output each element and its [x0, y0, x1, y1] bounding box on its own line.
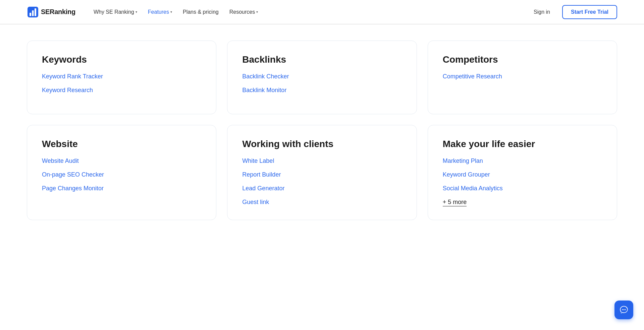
feature-link-backlink-checker[interactable]: Backlink Checker	[242, 73, 401, 80]
start-trial-button[interactable]: Start Free Trial	[562, 5, 617, 19]
feature-card-working-with-clients: Working with clientsWhite LabelReport Bu…	[227, 125, 417, 220]
feature-card-website: WebsiteWebsite AuditOn-page SEO CheckerP…	[27, 125, 216, 220]
sign-in-button[interactable]: Sign in	[528, 6, 555, 18]
nav-item-features[interactable]: Features ▾	[143, 6, 177, 18]
feature-link-white-label[interactable]: White Label	[242, 157, 401, 164]
feature-card-title-working-with-clients: Working with clients	[242, 139, 401, 149]
svg-point-6	[625, 309, 626, 310]
feature-card-backlinks: BacklinksBacklink CheckerBacklink Monito…	[227, 41, 417, 114]
feature-link-report-builder[interactable]: Report Builder	[242, 171, 401, 178]
feature-card-title-keywords: Keywords	[42, 54, 201, 65]
feature-link-guest-link[interactable]: Guest link	[242, 199, 401, 206]
logo-icon	[27, 6, 39, 18]
feature-card-make-life-easier: Make your life easierMarketing PlanKeywo…	[428, 125, 617, 220]
features-cards-grid: KeywordsKeyword Rank TrackerKeyword Rese…	[27, 41, 617, 220]
feature-links-working-with-clients: White LabelReport BuilderLead GeneratorG…	[242, 157, 401, 206]
feature-links-backlinks: Backlink CheckerBacklink Monitor	[242, 73, 401, 94]
svg-rect-3	[35, 8, 36, 16]
feature-link-backlink-monitor[interactable]: Backlink Monitor	[242, 87, 401, 94]
feature-card-competitors: CompetitorsCompetitive Research	[428, 41, 617, 114]
feature-card-title-competitors: Competitors	[443, 54, 602, 65]
chevron-down-icon: ▾	[170, 10, 172, 14]
features-dropdown: KeywordsKeyword Rank TrackerKeyword Rese…	[0, 24, 644, 247]
feature-link-social-media-analytics[interactable]: Social Media Analytics	[443, 185, 602, 192]
nav-item-plans-pricing[interactable]: Plans & pricing	[178, 6, 223, 18]
feature-links-make-life-easier: Marketing PlanKeyword GrouperSocial Medi…	[443, 157, 602, 192]
feature-link-keyword-grouper[interactable]: Keyword Grouper	[443, 171, 602, 178]
feature-card-title-website: Website	[42, 139, 201, 149]
svg-rect-1	[30, 13, 31, 16]
feature-link-on-page-seo-checker[interactable]: On-page SEO Checker	[42, 171, 201, 178]
feature-link-lead-generator[interactable]: Lead Generator	[242, 185, 401, 192]
feature-links-website: Website AuditOn-page SEO CheckerPage Cha…	[42, 157, 201, 192]
feature-card-keywords: KeywordsKeyword Rank TrackerKeyword Rese…	[27, 41, 216, 114]
svg-point-5	[624, 309, 625, 310]
feature-card-title-make-life-easier: Make your life easier	[443, 139, 602, 149]
svg-point-4	[622, 309, 623, 310]
chat-icon	[619, 305, 629, 315]
chevron-down-icon: ▾	[136, 10, 137, 14]
chevron-down-icon: ▾	[256, 10, 258, 14]
feature-links-keywords: Keyword Rank TrackerKeyword Research	[42, 73, 201, 94]
logo-text: SERanking	[41, 8, 75, 16]
logo[interactable]: SERanking	[27, 6, 75, 18]
nav-item-resources[interactable]: Resources ▾	[225, 6, 263, 18]
nav-links: Why SE Ranking ▾ Features ▾ Plans & pric…	[89, 6, 528, 18]
nav-item-why-se-ranking[interactable]: Why SE Ranking ▾	[89, 6, 142, 18]
navbar: SERanking Why SE Ranking ▾ Features ▾ Pl…	[0, 0, 644, 24]
feature-link-marketing-plan[interactable]: Marketing Plan	[443, 157, 602, 164]
feature-more-make-life-easier[interactable]: + 5 more	[443, 199, 467, 206]
feature-link-competitive-research[interactable]: Competitive Research	[443, 73, 602, 80]
feature-link-keyword-rank-tracker[interactable]: Keyword Rank Tracker	[42, 73, 201, 80]
feature-link-page-changes-monitor[interactable]: Page Changes Monitor	[42, 185, 201, 192]
feature-links-competitors: Competitive Research	[443, 73, 602, 80]
feature-card-title-backlinks: Backlinks	[242, 54, 401, 65]
feature-link-keyword-research[interactable]: Keyword Research	[42, 87, 201, 94]
svg-rect-2	[32, 10, 34, 16]
nav-right: Sign in Start Free Trial	[528, 5, 617, 19]
chat-button[interactable]	[614, 301, 633, 319]
feature-link-website-audit[interactable]: Website Audit	[42, 157, 201, 164]
